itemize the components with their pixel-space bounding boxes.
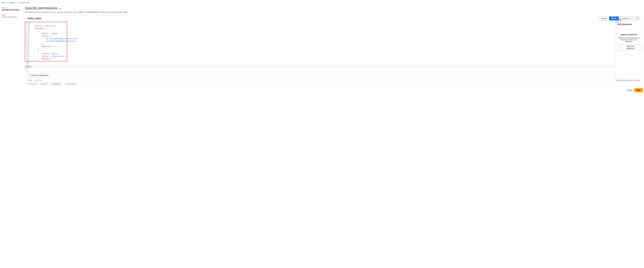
policy-editor-container: Policy editor Visual JSON Actions bbox=[25, 15, 643, 86]
edit-statement-panel: Edit statement Select a statement Select… bbox=[616, 22, 642, 78]
breadcrumb-create-policy: Create policy bbox=[19, 2, 30, 4]
info-link[interactable]: Info bbox=[59, 8, 62, 10]
actions-dropdown[interactable]: Actions bbox=[620, 16, 634, 20]
main-content: Specify permissions Info Add permissions… bbox=[24, 5, 644, 95]
warning-icon bbox=[51, 83, 52, 85]
view-toggle: Visual JSON bbox=[599, 16, 619, 20]
plus-icon: ＋ bbox=[28, 74, 30, 76]
svg-rect-0 bbox=[637, 18, 638, 19]
view-toggle-visual[interactable]: Visual bbox=[599, 16, 609, 20]
status-position: Ln 18, Col 1 bbox=[34, 80, 42, 81]
add-statement-label: Add new statement bbox=[31, 74, 48, 76]
error-icon bbox=[40, 83, 42, 85]
select-statement-desc: Select an existing statement in the poli… bbox=[618, 37, 641, 42]
breadcrumb-iam[interactable]: IAM bbox=[2, 2, 5, 4]
fullscreen-icon bbox=[636, 18, 638, 19]
svg-point-7 bbox=[52, 84, 52, 84]
code-editor-column: 123456789101112131415161718 { "Version":… bbox=[25, 22, 616, 78]
side-add-statement-button[interactable]: ＋ Add new statement bbox=[618, 44, 641, 50]
step2-label: Step 2 bbox=[2, 14, 22, 16]
status-suggestions-text: Suggestions: 0 bbox=[66, 83, 77, 85]
page-title: Specify permissions bbox=[25, 6, 58, 10]
line-gutter: 123456789101112131415161718 bbox=[25, 22, 30, 72]
policy-editor-title: Policy editor bbox=[28, 17, 42, 20]
status-errors[interactable]: Errors: 0 bbox=[40, 83, 48, 85]
next-button[interactable]: Next bbox=[634, 88, 643, 92]
step1-label: Step 1 bbox=[2, 7, 22, 9]
cancel-button[interactable]: Cancel bbox=[627, 88, 633, 92]
step1-name[interactable]: Specify permissions bbox=[2, 9, 22, 12]
status-characters: 5931 of 6144 characters remaining bbox=[616, 80, 640, 81]
status-warnings-text: Warnings: 0 bbox=[53, 83, 62, 85]
shield-icon bbox=[28, 83, 29, 85]
chevron-right-icon: ❯ bbox=[16, 2, 18, 4]
page-description: Add permissions by selecting services, a… bbox=[25, 11, 643, 13]
status-warnings[interactable]: Warnings: 0 bbox=[51, 83, 62, 85]
code-editor[interactable]: 123456789101112131415161718 { "Version":… bbox=[25, 22, 616, 72]
plus-icon: ＋ bbox=[619, 46, 622, 48]
code-content[interactable]: { "Version": "2012-10-17", "Statement": … bbox=[30, 22, 616, 72]
status-security-text: Security: 0 bbox=[30, 83, 37, 85]
status-suggestions[interactable]: Suggestions: 0 bbox=[64, 83, 77, 85]
add-statement-button[interactable]: ＋ Add new statement bbox=[26, 74, 50, 77]
side-add-statement-label: Add new statement bbox=[622, 45, 639, 50]
status-errors-text: Errors: 0 bbox=[42, 83, 48, 85]
status-security[interactable]: Security: 0 bbox=[28, 83, 37, 85]
fullscreen-button[interactable] bbox=[635, 16, 640, 20]
breadcrumbs: IAM ❯ Policies ❯ Create policy bbox=[0, 0, 644, 5]
svg-point-8 bbox=[64, 84, 65, 84]
step-sidebar: Step 1 Specify permissions Step 2 Review… bbox=[0, 5, 24, 95]
status-mode: JSON bbox=[28, 80, 32, 81]
edit-statement-title: Edit statement bbox=[616, 22, 642, 27]
view-toggle-json[interactable]: JSON bbox=[609, 16, 619, 20]
breadcrumb-policies[interactable]: Policies bbox=[9, 2, 15, 4]
chevron-right-icon: ❯ bbox=[6, 2, 8, 4]
step2-name[interactable]: Review and create bbox=[2, 16, 22, 20]
select-statement-heading: Select a statement bbox=[618, 34, 641, 36]
lightbulb-icon bbox=[64, 83, 66, 85]
